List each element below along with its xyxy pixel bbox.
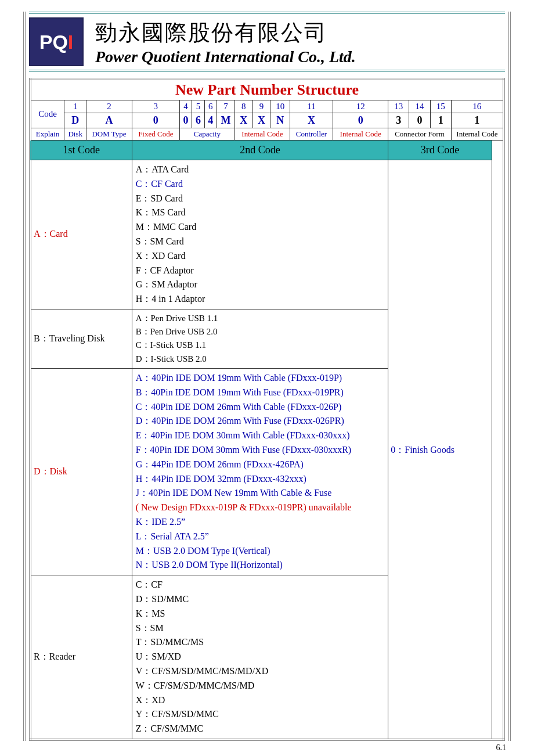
list-item: K：MS [136,607,385,621]
exp-internal3: Internal Code [451,128,504,141]
list-item: C：40Pin IDE DOM 26mm With Cable (FDxxx-0… [136,400,385,415]
exp-fixed: Fixed Code [132,128,179,141]
val-7: M [217,113,234,128]
list-item: F：CF Adaptor [136,264,385,278]
list-item: T：SD/MMC/MS [136,635,385,650]
pqi-logo: PQI [29,17,84,66]
val-11: X [290,113,333,128]
exp-internal1: Internal Code [234,128,290,141]
pos-4: 4 [179,100,192,113]
company-name-cjk: 勁永國際股份有限公司 [95,18,356,48]
row-b-label: B：Traveling Disk [30,309,132,368]
list-item: A：ATA Card [136,163,385,177]
list-item: B：40Pin IDE DOM 19mm With Fuse (FDxxx-01… [136,386,385,400]
val-4: 0 [179,113,192,128]
list-item: K：IDE 2.5” [136,515,385,530]
val-13: 3 [388,113,409,128]
logo-text-i: I [68,31,73,53]
section-1st-code: 1st Code [30,141,132,160]
pos-2: 2 [86,100,132,113]
logo-text-pq: PQ [39,31,68,53]
pos-15: 15 [430,100,451,113]
row-r-items: C：CFD：SD/MMCK：MSS：SMT：SD/MMC/MSU：SM/XDV：… [132,575,388,740]
val-16: 1 [451,113,504,128]
list-item: M：MMC Card [136,220,385,235]
row-r-label: R：Reader [30,575,132,740]
list-item: M：USB 2.0 DOM Type I(Vertical) [136,544,385,559]
exp-connector: Connector Form [388,128,452,141]
list-item: W：CF/SM/SD/MMC/MS/MD [136,679,385,693]
list-item: K：MS Card [136,206,385,220]
val-14: 0 [409,113,430,128]
list-item: D：40Pin IDE DOM 26mm With Fuse (FDxxx-02… [136,414,385,429]
val-5: 6 [192,113,204,128]
list-item: B：Pen Drive USB 2.0 [136,325,385,339]
list-item: N：USB 2.0 DOM Type II(Horizontal) [136,558,385,573]
exp-controller: Controller [290,128,333,141]
list-item: E：SD Card [136,192,385,206]
list-item: X：XD Card [136,249,385,264]
list-item: D：I-Stick USB 2.0 [136,352,385,366]
exp-internal2: Internal Code [333,128,388,141]
pos-16: 16 [451,100,504,113]
list-item: Y：CF/SM/SD/MMC [136,707,385,722]
list-item: G：44Pin IDE DOM 26mm (FDxxx-426PA) [136,458,385,472]
pos-13: 13 [388,100,409,113]
section-2nd-code: 2nd Code [132,141,388,160]
part-number-table: New Part Number Structure Code 1 2 3 4 5… [29,78,505,741]
row-a-items: A：ATA CardC：CF CardE：SD CardK：MS CardM：M… [132,160,388,309]
list-item: C：CF [136,578,385,592]
row-d-label: D：Disk [30,368,132,575]
list-item: C：I-Stick USB 1.1 [136,339,385,352]
list-item: S：SM Card [136,235,385,249]
list-item: D：SD/MMC [136,592,385,607]
val-10: N [270,113,290,128]
list-item: ( New Design FDxxx-019P & FDxxx-019PR) u… [136,501,385,515]
list-item: U：SM/XD [136,650,385,664]
code-label: Code [30,100,64,128]
document-header: PQI 勁永國際股份有限公司 Power Quotient Internatio… [29,12,505,72]
list-item: A：Pen Drive USB 1.1 [136,312,385,325]
list-item: L：Serial ATA 2.5” [136,530,385,544]
company-name-eng: Power Quotient International Co., Ltd. [95,48,356,66]
val-3: 0 [132,113,179,128]
list-item: X：XD [136,693,385,708]
val-2: A [86,113,132,128]
pos-6: 6 [204,100,217,113]
row-d-items: A：40Pin IDE DOM 19mm With Cable (FDxxx-0… [132,368,388,575]
pos-7: 7 [217,100,234,113]
row-b-items: A：Pen Drive USB 1.1B：Pen Drive USB 2.0C：… [132,309,388,368]
exp-capacity: Capacity [179,128,234,141]
pos-1: 1 [64,100,86,113]
third-code-content: 0：Finish Goods [388,160,492,740]
list-item: H：44Pin IDE DOM 32mm (FDxxx-432xxx) [136,472,385,487]
list-item: C：CF Card [136,177,385,192]
pos-12: 12 [333,100,388,113]
list-item: F：40Pin IDE DOM 30mm With Fuse (FDxxx-03… [136,443,385,458]
pos-11: 11 [290,100,333,113]
row-a-label: A：Card [30,160,132,309]
pos-9: 9 [252,100,270,113]
explain-label: Explain [30,128,64,141]
list-item: S：SM [136,621,385,636]
list-item: A：40Pin IDE DOM 19mm With Cable (FDxxx-0… [136,371,385,386]
list-item: G：SM Adaptor [136,278,385,292]
exp-domtype: DOM Type [86,128,132,141]
list-item: V：CF/SM/SD/MMC/MS/MD/XD [136,664,385,679]
val-1: D [64,113,86,128]
pos-10: 10 [270,100,290,113]
val-12: 0 [333,113,388,128]
val-15: 1 [430,113,451,128]
pos-5: 5 [192,100,204,113]
list-item: J：40Pin IDE DOM New 19mm With Cable & Fu… [136,486,385,501]
pos-8: 8 [234,100,252,113]
val-8: X [234,113,252,128]
pos-14: 14 [409,100,430,113]
pos-3: 3 [132,100,179,113]
page-number: 6.1 [23,741,511,753]
section-3rd-code: 3rd Code [388,141,492,160]
list-item: H：4 in 1 Adaptor [136,292,385,307]
val-9: X [252,113,270,128]
list-item: Z：CF/SM/MMC [136,722,385,736]
list-item: E：40Pin IDE DOM 30mm With Cable (FDxxx-0… [136,429,385,443]
